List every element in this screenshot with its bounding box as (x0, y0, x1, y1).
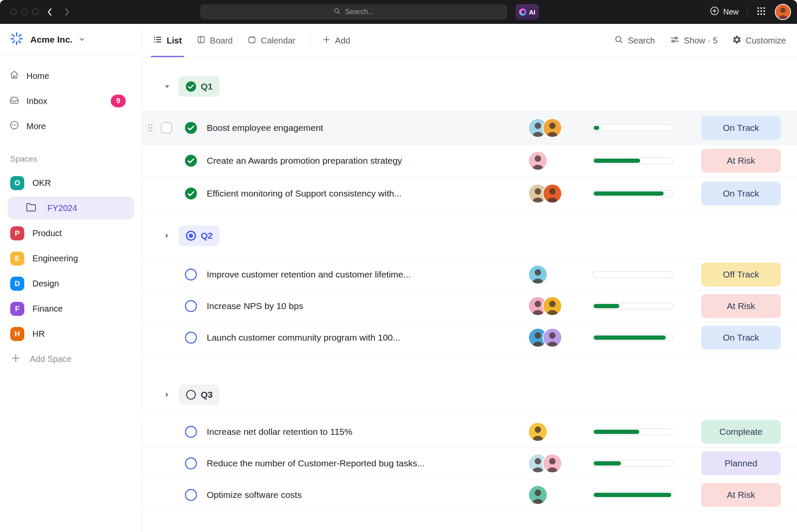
status-badge[interactable]: On Track (701, 116, 781, 140)
avatar[interactable] (543, 184, 562, 203)
sidebar-space-hr[interactable]: H HR (0, 321, 141, 347)
status-badge[interactable]: At Risk (701, 294, 781, 318)
back-icon[interactable] (46, 7, 54, 18)
sidebar-space-finance[interactable]: F Finance (0, 296, 141, 321)
quarter-group-q3: Q3 Increase net dollar retention to 115%… (142, 385, 797, 511)
status-badge[interactable]: On Track (701, 182, 781, 205)
sidebar-item-inbox[interactable]: Inbox 9 (9, 92, 132, 110)
task-title[interactable]: Increase NPS by 10 bps (207, 301, 303, 311)
avatar[interactable] (543, 454, 562, 473)
avatar[interactable] (528, 422, 548, 442)
assignee-avatars[interactable] (528, 184, 562, 203)
tab-list[interactable]: List (153, 24, 182, 57)
avatar[interactable] (543, 118, 562, 138)
workspace-switcher[interactable]: Acme Inc. (0, 24, 141, 55)
window-zoom-button[interactable] (32, 9, 39, 15)
assignee-avatars[interactable] (528, 454, 562, 473)
drag-handle-icon[interactable] (147, 123, 153, 133)
avatar[interactable] (528, 151, 548, 171)
task-title[interactable]: Increase net dollar retention to 115% (207, 427, 352, 437)
task-status-icon[interactable] (185, 457, 197, 470)
task-status-icon[interactable] (185, 268, 197, 281)
user-avatar[interactable] (775, 4, 791, 20)
list-search-button[interactable]: Search (614, 35, 655, 46)
task-row[interactable]: Launch customer community program with 1… (142, 322, 797, 353)
quarter-group-q2: Q2 Improve customer retention and custom… (142, 226, 797, 353)
sidebar-space-okr[interactable]: O OKR (0, 171, 141, 196)
task-title[interactable]: Optimize software costs (207, 490, 302, 500)
group-caret-icon[interactable] (163, 391, 171, 399)
status-badge[interactable]: At Risk (701, 483, 781, 507)
group-pill[interactable]: Q2 (179, 226, 219, 246)
task-title[interactable]: Launch customer community program with 1… (207, 332, 400, 343)
tab-calendar[interactable]: Calendar (247, 24, 295, 57)
sidebar-folder-slot: FY2024 (0, 196, 141, 221)
task-status-icon[interactable] (185, 331, 197, 344)
sidebar-space-design[interactable]: D Design (0, 271, 141, 296)
task-status-icon[interactable] (185, 489, 197, 501)
assignee-avatars[interactable] (528, 328, 562, 347)
task-status-icon[interactable] (185, 121, 197, 134)
window-controls[interactable] (10, 9, 39, 15)
sidebar-item-more[interactable]: More (9, 117, 132, 136)
sidebar: Acme Inc. Home Inbox 9 More Spaces O OKR (0, 24, 141, 532)
task-title[interactable]: Reduce the number of Customer-Reported b… (207, 458, 424, 468)
task-row[interactable]: Boost employee engagement On Track (142, 112, 797, 145)
customize-button[interactable]: Customize (732, 35, 786, 46)
add-space-button[interactable]: Add Space (0, 347, 141, 372)
assignee-avatars[interactable] (528, 296, 562, 316)
status-badge[interactable]: Off Track (701, 263, 781, 286)
task-row[interactable]: Efficient monitoring of Support consiste… (142, 177, 797, 210)
group-caret-icon[interactable] (163, 83, 171, 90)
avatar[interactable] (543, 328, 562, 347)
group-label: Q1 (201, 81, 213, 92)
new-button[interactable]: New (710, 6, 739, 18)
task-row[interactable]: Reduce the number of Customer-Reported b… (142, 448, 797, 479)
status-badge[interactable]: Compleate (701, 420, 781, 444)
forward-icon[interactable] (63, 7, 71, 18)
sidebar-item-home[interactable]: Home (9, 66, 132, 85)
task-title[interactable]: Improve customer retention and customer … (207, 269, 411, 280)
ai-button[interactable]: AI (516, 4, 539, 20)
row-checkbox[interactable] (161, 122, 172, 134)
chevron-down-icon (79, 36, 85, 43)
task-title[interactable]: Boost employee engagement (207, 123, 323, 133)
avatar[interactable] (528, 265, 548, 284)
status-badge[interactable]: At Risk (701, 149, 781, 173)
board-view-icon (196, 35, 206, 46)
window-close-button[interactable] (10, 9, 17, 15)
task-status-icon[interactable] (185, 300, 197, 312)
task-row[interactable]: Improve customer retention and customer … (142, 259, 797, 290)
task-row[interactable]: Increase net dollar retention to 115% Co… (142, 416, 797, 448)
sidebar-space-engineering[interactable]: E Engineering (0, 246, 141, 271)
workspace-name: Acme Inc. (30, 35, 72, 45)
group-caret-icon[interactable] (163, 232, 171, 240)
sidebar-folder-fy2024[interactable]: FY2024 (8, 197, 134, 220)
global-search-input[interactable]: Search... (200, 4, 507, 20)
app-grid-icon[interactable] (756, 6, 766, 18)
task-row[interactable]: Create an Awards promotion preparation s… (142, 145, 797, 177)
tab-board[interactable]: Board (196, 24, 233, 57)
status-badge[interactable]: On Track (701, 326, 781, 350)
add-view-button[interactable]: Add (322, 35, 350, 46)
task-status-icon[interactable] (185, 425, 197, 438)
task-row[interactable]: Increase NPS by 10 bps At Risk (142, 290, 797, 322)
task-title[interactable]: Create an Awards promotion preparation s… (207, 156, 402, 166)
avatar[interactable] (528, 485, 548, 505)
task-row[interactable]: Optimize software costs At Risk (142, 479, 797, 511)
assignee-avatars[interactable] (528, 485, 548, 505)
sidebar-space-product[interactable]: P Product (0, 221, 141, 246)
task-status-icon[interactable] (185, 154, 197, 167)
group-pill[interactable]: Q1 (179, 76, 219, 97)
status-badge[interactable]: Planned (701, 451, 781, 475)
assignee-avatars[interactable] (528, 265, 548, 284)
assignee-avatars[interactable] (528, 118, 562, 138)
show-filter-button[interactable]: Show · 5 (670, 35, 718, 46)
window-minimize-button[interactable] (21, 9, 28, 15)
avatar[interactable] (543, 296, 562, 316)
task-status-icon[interactable] (185, 187, 197, 200)
task-title[interactable]: Efficient monitoring of Support consiste… (207, 188, 401, 199)
assignee-avatars[interactable] (528, 151, 548, 171)
assignee-avatars[interactable] (528, 422, 548, 442)
group-pill[interactable]: Q3 (179, 385, 219, 405)
